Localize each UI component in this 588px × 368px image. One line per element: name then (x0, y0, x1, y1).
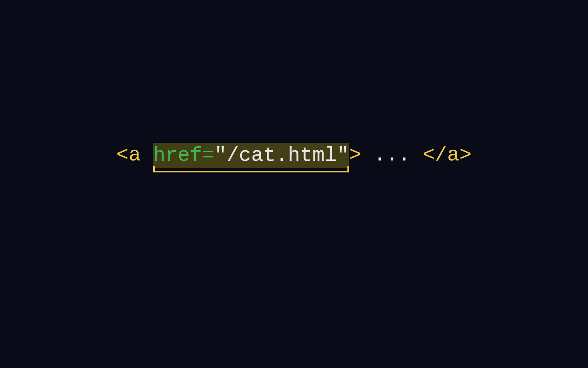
attribute-value: "/cat.html" (214, 144, 349, 167)
code-snippet: <a href="/cat.html"> ... </a> (116, 143, 472, 168)
attribute-highlight: href="/cat.html" (153, 143, 349, 168)
space (141, 143, 153, 167)
attribute-name: href (153, 144, 202, 167)
final-angle-bracket: > (459, 143, 472, 167)
tag-name-close: a (447, 143, 459, 167)
open-angle-bracket: < (116, 143, 129, 167)
content-ellipsis: ... (361, 143, 423, 167)
tag-name-open: a (129, 143, 141, 167)
attribute-equals: = (202, 144, 214, 167)
close-angle-bracket: > (349, 143, 361, 167)
closing-tag-open-bracket: </ (423, 143, 447, 167)
